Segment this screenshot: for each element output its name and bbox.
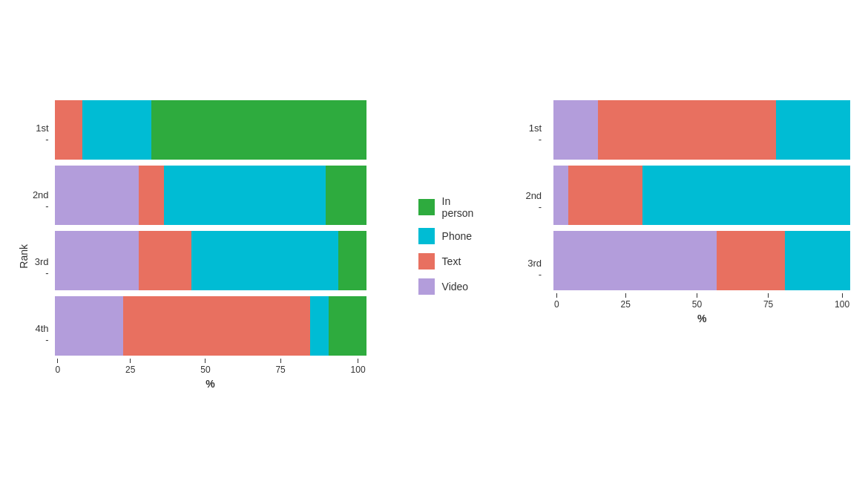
chart1-2nd-video <box>55 166 139 225</box>
chart1-3rd-video <box>55 231 139 290</box>
chart1-1st-green <box>151 100 366 160</box>
chart2-1st-teal <box>776 100 850 160</box>
chart1-1st-teal <box>82 100 151 160</box>
chart1-bar-row-4th <box>55 296 366 356</box>
chart2-xtick-0: 0 <box>554 299 559 310</box>
chart1-xtick-25: 25 <box>125 365 135 375</box>
legend-item-phone: Phone <box>418 228 474 244</box>
chart1-y-label-4th: 4th - <box>33 323 49 345</box>
chart2-y-label-1st: 1st - <box>525 122 542 145</box>
legend-label-text: Text <box>442 255 461 267</box>
chart-legend: In person Phone Text Video <box>396 180 496 310</box>
chart2-bar-row-2nd <box>553 166 850 225</box>
chart2-y-label-3rd: 3rd - <box>525 258 542 280</box>
chart2-3rd-teal <box>785 231 850 290</box>
chart2-xtick-100: 100 <box>835 299 849 310</box>
chart2-y-label-2nd: 2nd - <box>525 190 542 212</box>
chart1-bar-row-1st <box>55 100 366 160</box>
legend-item-inperson: In person <box>418 195 474 219</box>
chart1-4th-video <box>55 296 123 356</box>
legend-color-text <box>418 253 435 270</box>
chart2-1st-salmon <box>598 100 776 160</box>
chart1-4th-green <box>329 296 366 356</box>
chart1-xtick-100: 100 <box>351 365 366 375</box>
chart1-4th-teal <box>310 296 329 356</box>
chart1-1st-text <box>55 100 83 160</box>
legend-label-inperson: In person <box>442 195 474 219</box>
chart2-bars <box>553 100 850 290</box>
chart1-y-label-2nd: 2nd - <box>33 189 49 212</box>
legend-color-phone <box>418 228 435 244</box>
chart1-bar-row-2nd <box>55 166 366 225</box>
chart2-xtick-25: 25 <box>621 299 631 310</box>
chart2-1st-video <box>553 100 598 160</box>
chart1-y-axis: 1st - 2nd - 3rd - 4th - <box>33 100 55 390</box>
chart2-2nd-teal <box>642 166 850 225</box>
chart1-xtick-50: 50 <box>200 365 210 375</box>
legend-item-text: Text <box>418 253 474 270</box>
legend-label-video: Video <box>442 281 469 293</box>
chart2-2nd-salmon <box>568 166 642 225</box>
chart1-3rd-teal <box>191 231 338 290</box>
chart1-3rd-text <box>139 231 191 290</box>
chart1-2nd-teal <box>164 166 326 225</box>
chart2-2nd-video <box>553 166 568 225</box>
chart2: 1st - 2nd - 3rd - <box>525 100 850 324</box>
chart1-y-label-1st: 1st - <box>33 122 49 145</box>
legend-color-inperson <box>418 199 435 215</box>
chart1-bars <box>55 100 366 356</box>
chart2-bar-row-1st <box>553 100 850 160</box>
chart2-3rd-video <box>553 231 717 290</box>
chart1-x-title: % <box>55 378 366 390</box>
chart1: Rank 1st - 2nd - 3rd - 4th - <box>18 100 366 390</box>
chart1-2nd-green <box>326 166 366 225</box>
chart2-xtick-75: 75 <box>763 299 773 310</box>
chart2-y-axis: 1st - 2nd - 3rd - <box>525 100 548 324</box>
chart2-3rd-salmon <box>717 231 785 290</box>
chart2-bar-row-3rd <box>553 231 850 290</box>
chart1-y-label-3rd: 3rd - <box>33 256 49 278</box>
chart2-xtick-50: 50 <box>692 299 702 310</box>
chart1-xtick-75: 75 <box>275 365 285 375</box>
chart1-2nd-text <box>139 166 164 225</box>
legend-item-video: Video <box>418 278 474 295</box>
chart2-x-title: % <box>553 313 850 324</box>
chart1-4th-text <box>123 296 310 356</box>
chart1-xtick-0: 0 <box>56 365 61 375</box>
chart1-y-title: Rank <box>18 222 30 269</box>
legend-color-video <box>418 278 435 295</box>
chart1-bar-row-3rd <box>55 231 366 290</box>
legend-label-phone: Phone <box>442 230 472 242</box>
chart1-3rd-green <box>338 231 366 290</box>
